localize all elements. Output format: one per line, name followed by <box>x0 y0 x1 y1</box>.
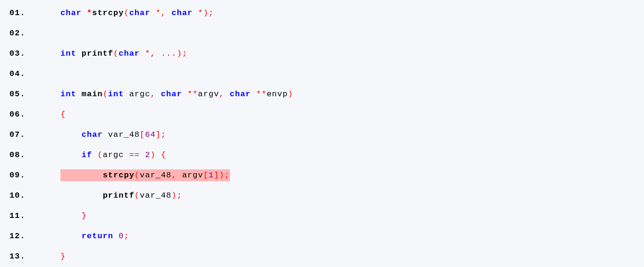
token: envp <box>267 90 288 99</box>
token: int <box>60 49 76 58</box>
token: char <box>161 90 182 99</box>
token: , <box>161 8 166 17</box>
token: char <box>119 49 140 58</box>
code-content: printf(var_48); <box>42 192 182 200</box>
code-line: 06.{ <box>0 104 644 125</box>
token: printf <box>103 191 135 200</box>
token <box>150 8 155 17</box>
token <box>182 90 187 99</box>
line-number: 03. <box>0 50 42 58</box>
token: char <box>230 90 251 99</box>
token <box>113 232 119 241</box>
code-text: } <box>60 210 87 222</box>
token: var_48 <box>140 191 171 200</box>
code-text: int printf(char *, ...); <box>60 48 187 59</box>
code-content: strcpy(var_48, argv[1]); <box>42 171 230 179</box>
code-content: char *strcpy(char *, char *); <box>42 9 214 17</box>
token: == <box>129 150 140 159</box>
token: [ <box>140 130 145 139</box>
token: ] <box>214 171 219 180</box>
token: * <box>156 8 161 17</box>
token: 1 <box>209 171 214 180</box>
token: , <box>219 90 224 99</box>
token <box>140 49 145 58</box>
token: 2 <box>145 150 150 159</box>
token <box>156 150 161 159</box>
token: 64 <box>145 130 155 139</box>
token: ( <box>135 191 140 200</box>
code-line: 13.} <box>0 246 644 267</box>
token: main <box>82 90 103 99</box>
line-number: 13. <box>0 252 42 260</box>
token <box>82 8 87 17</box>
line-number: 05. <box>0 90 42 98</box>
token <box>156 90 161 99</box>
token: ( <box>103 90 108 99</box>
token: ** <box>187 90 198 99</box>
code-content: } <box>42 252 66 260</box>
code-line: 03.int printf(char *, ...); <box>0 43 644 64</box>
code-content: return 0; <box>42 232 129 240</box>
token: strcpy <box>92 8 124 17</box>
code-line: 12. return 0; <box>0 226 644 246</box>
code-content: char var_48[64]; <box>42 131 166 139</box>
token: char <box>82 130 103 139</box>
token: argc <box>124 90 150 99</box>
token: ... <box>161 49 177 58</box>
token <box>193 8 198 17</box>
token: ; <box>224 171 229 180</box>
line-number: 02. <box>0 29 42 37</box>
code-line: 09. strcpy(var_48, argv[1]); <box>0 165 644 185</box>
code-line: 04. <box>0 64 644 84</box>
code-text: if (argc == 2) { <box>60 149 166 161</box>
token: , <box>171 171 177 180</box>
indent <box>60 130 82 139</box>
code-content: if (argc == 2) { <box>42 151 166 159</box>
line-number: 08. <box>0 151 42 159</box>
line-number: 12. <box>0 232 42 240</box>
code-line: 02. <box>0 23 644 43</box>
token <box>251 90 256 99</box>
token: var_48 <box>103 130 140 139</box>
indent <box>60 191 103 200</box>
code-text: { <box>60 108 66 120</box>
token: ) <box>171 191 177 200</box>
line-number: 10. <box>0 192 42 200</box>
token: argv <box>198 90 219 99</box>
token: ; <box>177 191 182 200</box>
token: ( <box>113 49 119 58</box>
token <box>76 49 82 58</box>
indent <box>60 150 82 159</box>
token: ** <box>256 90 267 99</box>
token: 0 <box>119 232 124 241</box>
token: } <box>82 211 87 220</box>
token: } <box>60 252 66 261</box>
token: char <box>60 8 82 17</box>
line-number: 07. <box>0 131 42 139</box>
code-line: 11. } <box>0 206 644 226</box>
code-text: char *strcpy(char *, char *); <box>60 7 214 19</box>
token <box>76 90 82 99</box>
token: char <box>171 8 193 17</box>
code-text: printf(var_48); <box>60 190 182 201</box>
code-line: 07. char var_48[64]; <box>0 125 644 145</box>
code-content: { <box>42 110 66 118</box>
token: if <box>82 150 92 159</box>
token: ; <box>209 8 214 17</box>
token: argv <box>177 171 203 180</box>
token: ( <box>124 8 129 17</box>
code-content: int main(int argc, char **argv, char **e… <box>42 90 293 98</box>
token: ( <box>135 171 140 180</box>
token: ) <box>203 8 208 17</box>
token: ) <box>150 150 155 159</box>
code-text: } <box>60 250 66 262</box>
token: var_48 <box>140 171 171 180</box>
token: , <box>150 49 155 58</box>
code-line: 08. if (argc == 2) { <box>0 145 644 165</box>
token: ) <box>177 49 182 58</box>
token: * <box>145 49 150 58</box>
line-number: 01. <box>0 9 42 17</box>
code-text: return 0; <box>60 230 129 242</box>
code-line: 01.char *strcpy(char *, char *); <box>0 3 644 23</box>
token: * <box>198 8 203 17</box>
